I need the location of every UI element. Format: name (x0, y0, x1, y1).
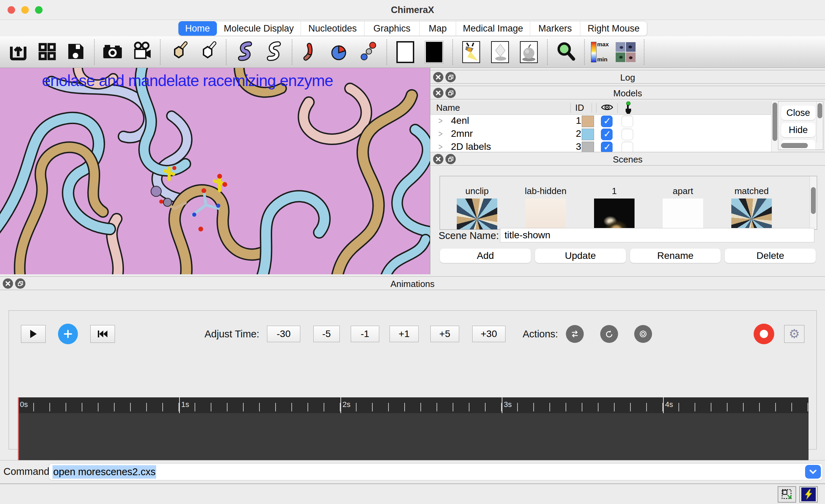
models-col-name[interactable]: Name (436, 103, 460, 113)
action-target-button[interactable] (634, 325, 652, 343)
tab-map[interactable]: Map (420, 21, 456, 36)
plus-icon (63, 329, 72, 338)
map-image-button[interactable] (614, 39, 638, 65)
models-col-id[interactable]: ID (575, 103, 584, 113)
save-session-icon (65, 40, 87, 64)
adjust-minus-1-button[interactable]: -1 (351, 326, 379, 342)
model-shown-checkbox[interactable] (601, 129, 613, 140)
scrollbar-thumb[interactable] (772, 103, 777, 141)
model-color-swatch[interactable] (582, 116, 594, 127)
models-panel-title: Models (430, 88, 825, 99)
resize-graphics-button[interactable] (778, 486, 796, 503)
adjust-plus-1-button[interactable]: +1 (390, 326, 419, 342)
tab-nucleotides[interactable]: Nucleotides (301, 21, 364, 36)
models-buttons-hscrollbar-thumb[interactable] (781, 143, 808, 148)
tab-home[interactable]: Home (178, 21, 217, 36)
models-col-shown-eye-icon[interactable] (601, 103, 613, 114)
expand-chevron-icon[interactable]: > (439, 142, 443, 152)
scene-rename-button[interactable]: Rename (630, 249, 721, 263)
white-background-button[interactable] (393, 39, 417, 65)
model-shown-checkbox[interactable] (601, 116, 613, 127)
tick-label: 3s (504, 400, 512, 409)
models-buttons-scrollbar[interactable] (816, 101, 823, 143)
expand-chevron-icon[interactable]: > (439, 129, 443, 139)
log-panel-header: Log (430, 70, 825, 84)
model-row-4enl[interactable]: > 4enl 1 (430, 115, 771, 128)
model-row-2mnr[interactable]: > 2mnr 2 (430, 128, 771, 141)
action-replay-button[interactable] (600, 325, 618, 343)
scrollbar-thumb[interactable] (817, 103, 822, 118)
show-cartoons-button[interactable] (233, 39, 257, 65)
tab-right-mouse[interactable]: Right Mouse (580, 21, 647, 36)
show-atoms-button[interactable] (167, 39, 191, 65)
tab-molecule-display[interactable]: Molecule Display (217, 21, 301, 36)
model-color-swatch[interactable] (582, 142, 594, 152)
adjust-minus-30-button[interactable]: -30 (267, 326, 300, 342)
adjust-minus-5-button[interactable]: -5 (313, 326, 340, 342)
timeline-ruler[interactable]: 0s 1s 2s 3s 4s (18, 397, 809, 413)
rewind-to-start-button[interactable] (90, 325, 115, 343)
model-shown-checkbox[interactable] (601, 142, 613, 152)
stick-style-button[interactable] (299, 39, 323, 65)
timeline-track[interactable] (18, 413, 809, 466)
open-file-button[interactable] (6, 39, 30, 65)
models-close-model-button[interactable]: Close (781, 106, 815, 120)
model-select-checkbox[interactable] (621, 116, 633, 127)
animations-panel: Animations Adjust Time: -30 -5 -1 +1 +5 … (0, 274, 825, 460)
soft-lighting-button[interactable] (488, 39, 512, 65)
zoom-view-button[interactable] (554, 39, 578, 65)
animation-settings-button[interactable]: ⚙ (784, 325, 804, 343)
scene-delete-button[interactable]: Delete (725, 249, 816, 263)
full-lighting-button[interactable] (517, 39, 541, 65)
model-select-checkbox[interactable] (621, 129, 633, 140)
tab-graphics[interactable]: Graphics (364, 21, 420, 36)
command-history-dropdown-button[interactable] (805, 465, 821, 479)
sphere-style-button[interactable] (327, 39, 351, 65)
model-row-2d-labels[interactable]: > 2D labels 3 (430, 141, 771, 152)
tab-markers[interactable]: Markers (530, 21, 580, 36)
adjust-plus-5-button[interactable]: +5 (430, 326, 459, 342)
models-table-scrollbar[interactable] (771, 101, 778, 152)
status-bar (0, 483, 825, 504)
rendering-speed-button[interactable] (799, 486, 818, 503)
scenes-scrollbar[interactable] (810, 176, 817, 229)
expand-chevron-icon[interactable]: > (439, 116, 443, 126)
snapshot-button[interactable] (101, 39, 125, 65)
record-movie-button[interactable] (130, 39, 154, 65)
hide-atoms-button[interactable] (196, 39, 220, 65)
model-color-swatch[interactable] (582, 129, 594, 140)
scene-name-input[interactable] (500, 228, 814, 242)
play-button[interactable] (21, 325, 46, 343)
model-select-checkbox[interactable] (621, 142, 633, 152)
record-button[interactable] (754, 324, 774, 344)
tick-label: 4s (665, 400, 673, 409)
scene-label-unclip: unclip (450, 186, 504, 196)
add-keyframe-button[interactable] (58, 324, 78, 344)
full-lighting-icon (520, 41, 538, 63)
resize-selection-icon (781, 488, 793, 501)
map-colormap-icon (591, 42, 596, 62)
graphics-viewport[interactable]: enolase and mandelate racemizing enzyme (0, 68, 430, 274)
ball-and-stick-style-button[interactable] (356, 39, 380, 65)
scrollbar-thumb[interactable] (811, 187, 816, 214)
scene-thumbnail-matched[interactable] (731, 199, 772, 230)
recent-files-button[interactable] (35, 39, 59, 65)
scene-thumbnail-lab-hidden[interactable] (525, 199, 566, 230)
black-background-button[interactable] (422, 39, 446, 65)
models-hide-button[interactable]: Hide (781, 123, 815, 137)
command-input[interactable]: open morescenes2.cxs (49, 463, 823, 480)
action-loop-button[interactable] (566, 325, 584, 343)
tab-medical-image[interactable]: Medical Image (456, 21, 530, 36)
adjust-plus-30-button[interactable]: +30 (472, 326, 506, 342)
toolbar-group-file (0, 36, 94, 68)
map-colormap-button[interactable]: max min (591, 41, 609, 63)
toolbar-group-cartoons (226, 36, 292, 68)
scene-update-button[interactable]: Update (535, 249, 626, 263)
scene-thumbnail-unclip[interactable] (457, 199, 497, 230)
scene-add-button[interactable]: Add (440, 249, 531, 263)
hide-cartoons-button[interactable] (262, 39, 286, 65)
scene-thumbnail-apart[interactable] (663, 199, 703, 230)
scene-thumbnail-1[interactable] (594, 199, 635, 230)
save-session-button[interactable] (64, 39, 88, 65)
simple-lighting-button[interactable] (459, 39, 483, 65)
